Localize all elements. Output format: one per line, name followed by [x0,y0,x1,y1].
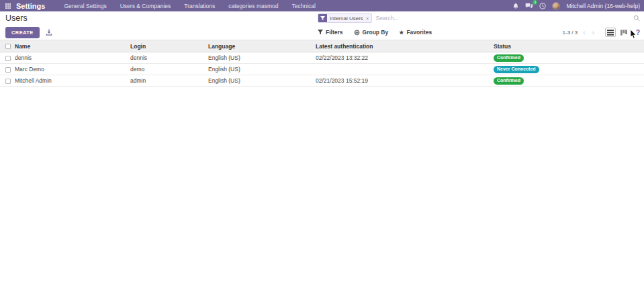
cell-language: English (US) [208,75,316,87]
status-badge: Confirmed [494,54,524,62]
row-checkbox[interactable] [5,67,11,73]
table-row[interactable]: Marc Demo demo English (US) Never Connec… [0,64,644,75]
filters-dropdown[interactable]: Filters [318,29,343,36]
row-checkbox[interactable] [5,56,11,61]
menu-users-companies[interactable]: Users & Companies [113,3,178,9]
filters-label: Filters [326,29,343,36]
app-name[interactable]: Settings [16,2,45,10]
search-input[interactable] [372,15,633,22]
user-menu[interactable]: Mitchell Admin (16-web-help) [566,3,640,9]
search-icon[interactable] [633,12,640,24]
apps-menu-icon[interactable] [5,3,11,9]
table-row[interactable]: dennis dennis English (US) 02/22/2023 13… [0,52,644,64]
cell-latest-auth [316,64,494,75]
search-bar[interactable]: Internal Users × [318,12,641,24]
column-header-language[interactable]: Language [208,40,316,52]
cell-login: demo [130,64,208,75]
row-checkbox[interactable] [5,79,11,84]
user-avatar[interactable] [552,2,560,10]
favorites-label: Favorites [406,29,432,36]
group-by-icon [354,30,360,36]
group-by-dropdown[interactable]: Group By [354,29,389,36]
pager-previous-button[interactable]: ‹ [582,29,586,36]
group-by-label: Group By [363,29,389,36]
control-panel-top: Users Internal Users × [0,11,644,25]
messages-count-badge: 1 [533,0,537,5]
column-header-login[interactable]: Login [130,40,208,52]
favorites-star-icon: ★ [399,30,404,36]
cell-language: English (US) [208,52,316,64]
search-facet-internal-users[interactable]: Internal Users × [318,13,372,23]
menu-general-settings[interactable]: General Settings [57,3,113,9]
menu-categories-masmod[interactable]: categories masmod [222,3,285,9]
filters-funnel-icon [318,30,323,35]
cell-name: Mitchell Admin [15,75,130,87]
select-all-checkbox[interactable] [5,44,11,49]
kanban-view-icon [620,30,627,36]
pager-next-button[interactable]: › [591,29,596,36]
pager-range: 1-3 / 3 [563,30,578,36]
column-header-status[interactable]: Status [494,40,644,52]
messages-icon[interactable]: 1 [525,3,533,9]
table-row[interactable]: Mitchell Admin admin English (US) 02/21/… [0,75,644,87]
control-panel-buttons: CREATE Filters Group By ★ Favorites 1-3 … [0,25,644,40]
cell-login: admin [130,75,208,87]
status-badge: Never Connected [494,66,539,73]
column-header-name[interactable]: Name [15,40,130,52]
breadcrumb-page-title[interactable]: Users [5,13,28,23]
create-button[interactable]: CREATE [5,27,40,38]
list-view-icon [607,30,614,36]
cell-name: Marc Demo [15,64,130,75]
bell-icon[interactable] [512,3,519,9]
cell-latest-auth: 02/21/2023 15:52:19 [316,75,494,87]
kanban-view-button[interactable] [618,28,629,37]
cell-latest-auth: 02/22/2023 13:32:22 [316,52,494,64]
facet-remove-icon[interactable]: × [366,15,369,22]
users-list-table: Name Login Language Latest authenticatio… [0,40,644,87]
cell-language: English (US) [208,64,316,75]
filter-funnel-icon [318,14,327,22]
menu-translations[interactable]: Translations [177,3,222,9]
list-view-button[interactable] [605,28,616,37]
favorites-dropdown[interactable]: ★ Favorites [399,29,432,36]
status-badge: Confirmed [494,77,524,85]
cell-login: dennis [130,52,208,64]
menu-technical[interactable]: Technical [285,3,322,9]
activities-clock-icon[interactable] [539,3,546,9]
table-header-row: Name Login Language Latest authenticatio… [0,40,644,52]
facet-label: Internal Users [330,15,363,22]
top-navbar: Settings General Settings Users & Compan… [0,0,644,11]
cell-name: dennis [15,52,130,64]
export-icon[interactable] [46,29,52,36]
column-header-latest-authentication[interactable]: Latest authentication [316,40,494,52]
help-button[interactable]: ? [636,29,640,36]
